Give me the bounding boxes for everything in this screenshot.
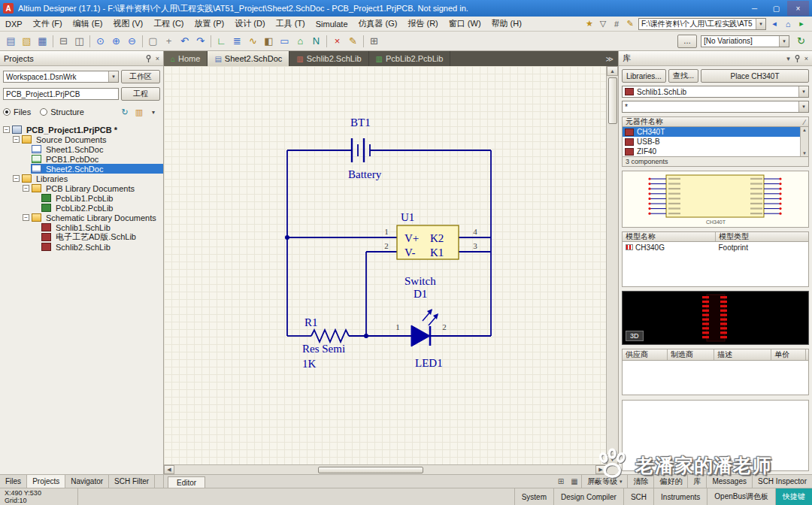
menu-f[interactable]: 文件 (F) xyxy=(28,17,68,31)
open-icon[interactable]: ▧ xyxy=(19,34,35,49)
variations-combo[interactable]: [No Variations] ▾ xyxy=(701,35,789,47)
tree-item-pcb-project1-prjpcb[interactable]: −PCB_Project1.PrjPCB * xyxy=(0,125,163,135)
place-harness-icon[interactable]: ∿ xyxy=(245,34,261,49)
battery-designator[interactable]: BT1 xyxy=(350,116,371,129)
panel-button-messages[interactable]: Messages xyxy=(706,475,752,488)
collapse-expander-icon[interactable]: − xyxy=(23,214,29,221)
scroll-down-icon[interactable]: ▼ xyxy=(607,455,618,464)
led-designator[interactable]: D1 xyxy=(414,288,427,300)
status-button-openbus[interactable]: OpenBus调色板 xyxy=(707,488,775,505)
scroll-right-icon[interactable]: ▶ xyxy=(595,465,606,474)
panel-close-icon[interactable]: × xyxy=(804,55,808,62)
panel-close-icon[interactable]: × xyxy=(156,55,159,62)
home-page-icon[interactable]: ⌂ xyxy=(781,18,795,30)
component-row-usb-b[interactable]: USB-B xyxy=(623,137,808,147)
tree-item-pcb-library-documents[interactable]: −PCB Library Documents xyxy=(0,183,163,193)
grid-toggle-icon[interactable]: ⊞ xyxy=(554,477,568,485)
tree-item-pcb1-pcbdoc[interactable]: PCB1.PcbDoc xyxy=(0,154,163,164)
print-icon[interactable]: ⊟ xyxy=(56,34,71,49)
zoom-selection-icon[interactable]: ⊖ xyxy=(124,34,140,49)
place-port-icon[interactable]: ⌂ xyxy=(292,34,308,49)
panel-button-item[interactable]: 清除 xyxy=(627,475,653,488)
collapse-expander-icon[interactable]: − xyxy=(13,136,20,143)
place-component-button[interactable]: Place CH340T xyxy=(701,69,809,83)
place-bus-icon[interactable]: ≣ xyxy=(229,34,245,49)
document-tab-pcblib2-pcblib[interactable]: ▥PcbLib2.PcbLib xyxy=(369,51,451,66)
supplier-column-item[interactable]: 描述 xyxy=(714,349,771,360)
component-list-header[interactable]: 元器件名称 ∕ xyxy=(622,116,809,127)
status-button-design-compiler[interactable]: Design Compiler xyxy=(553,488,623,505)
collapse-expander-icon[interactable]: − xyxy=(23,185,29,192)
menu-d[interactable]: 设计 (D) xyxy=(229,17,270,31)
project-button[interactable]: 工程 xyxy=(121,87,160,101)
resistor-symbol[interactable] xyxy=(311,330,349,342)
menu-p[interactable]: 放置 (P) xyxy=(189,17,230,31)
circuit-wires[interactable] xyxy=(287,150,491,336)
workspace-combo[interactable]: Workspace1.DsnWrk ▾ xyxy=(3,71,119,83)
dropdown-icon[interactable]: ▾ xyxy=(779,36,789,47)
filter-select-icon[interactable]: ▽ xyxy=(596,18,610,30)
collapse-expander-icon[interactable]: − xyxy=(13,175,20,182)
document-tab-sheet2-schdoc[interactable]: ▤Sheet2.SchDoc xyxy=(208,51,289,66)
list-scrollbar[interactable]: ▲ ▼ xyxy=(800,127,808,156)
tree-item-pcblib1-pcblib[interactable]: PcbLib1.PcbLib xyxy=(0,193,163,203)
footprint-3d-preview[interactable]: 3D xyxy=(622,291,809,345)
grid-settings-icon[interactable]: # xyxy=(610,18,623,30)
document-path-combo[interactable]: F:\课件资料\个人用\工程实践\AT5 ▾ xyxy=(638,18,766,30)
refresh-icon[interactable]: ↻ xyxy=(793,34,809,49)
zoom-document-icon[interactable]: ⊙ xyxy=(92,34,108,49)
menu-e[interactable]: 编辑 (E) xyxy=(68,17,108,31)
pin-icon[interactable] xyxy=(145,55,152,62)
files-radio[interactable] xyxy=(3,108,11,116)
mask-icon[interactable]: ▦ xyxy=(568,477,581,485)
document-tab-schlib2-schlib[interactable]: ▥Schlib2.SchLib xyxy=(289,51,368,66)
battery-comment[interactable]: Battery xyxy=(348,168,382,180)
panel-tab-files[interactable]: Files xyxy=(0,475,27,488)
column-sort-icon[interactable]: ∕ xyxy=(804,118,805,126)
supplier-column-item[interactable]: 供应商 xyxy=(623,349,668,360)
model-name-column[interactable]: 模型名称 xyxy=(623,232,716,241)
panel-tab-projects[interactable]: Projects xyxy=(27,475,65,488)
print-preview-icon[interactable]: ◫ xyxy=(71,34,87,49)
menu-v[interactable]: 视图 (V) xyxy=(108,17,148,31)
led-symbol[interactable] xyxy=(411,309,438,346)
model-row[interactable]: CH340G Footprint xyxy=(623,242,808,252)
resistor-value[interactable]: 1K xyxy=(302,358,317,370)
more-options-button[interactable]: … xyxy=(677,35,697,48)
library-combo[interactable]: Schlib1.SchLib ▾ xyxy=(622,86,809,98)
menu-dxp[interactable]: DXP xyxy=(0,17,28,31)
menu-h[interactable]: 帮助 (H) xyxy=(486,17,527,31)
place-wire-icon[interactable]: ∟ xyxy=(214,34,229,49)
zoom-area-icon[interactable]: ⊕ xyxy=(108,34,124,49)
vertical-scroll-thumb[interactable] xyxy=(608,77,617,124)
browse-back-icon[interactable]: ◂ xyxy=(768,18,781,30)
save-icon[interactable]: ▦ xyxy=(35,34,50,49)
scroll-up-icon[interactable]: ▲ xyxy=(607,66,618,76)
supplier-column-item[interactable]: 单价 xyxy=(771,349,806,360)
component-row-zif40[interactable]: ZIF40 xyxy=(623,147,808,156)
place-part-icon[interactable]: ◧ xyxy=(261,34,277,49)
status-button-instruments[interactable]: Instruments xyxy=(653,488,707,505)
maximize-button[interactable]: ▢ xyxy=(765,1,787,16)
dropdown-icon[interactable]: ▾ xyxy=(108,71,118,82)
tree-item-schematic-library-documents[interactable]: −Schematic Library Documents xyxy=(0,213,163,222)
collapse-expander-icon[interactable]: − xyxy=(3,126,10,133)
scroll-down-icon[interactable]: ▼ xyxy=(802,151,807,156)
menu-w[interactable]: 窗口 (W) xyxy=(444,17,486,31)
horizontal-scrollbar[interactable]: ◀ ▶ xyxy=(164,464,606,474)
minimize-button[interactable]: ─ xyxy=(744,1,765,16)
panel-menu-dropdown-icon[interactable]: ▾ xyxy=(147,106,160,118)
browse-forward-icon[interactable]: ▸ xyxy=(795,18,808,30)
select-icon[interactable]: ▢ xyxy=(145,34,161,49)
menu-r[interactable]: 报告 (R) xyxy=(402,17,443,31)
component-filter-combo[interactable]: * ▾ xyxy=(622,101,809,113)
close-button[interactable]: × xyxy=(787,1,809,16)
search-button[interactable]: 查找... xyxy=(668,69,698,83)
tree-item-sheet2-schdoc[interactable]: Sheet2.SchDoc xyxy=(0,164,163,174)
editor-tab[interactable]: Editor xyxy=(168,476,205,488)
component-row-ch340t[interactable]: CH340T xyxy=(623,127,808,137)
dropdown-icon[interactable]: ▾ xyxy=(620,479,623,485)
tree-item-pcblib2-pcblib[interactable]: PcbLib2.PcbLib xyxy=(0,203,163,213)
tree-item-sheet1-schdoc[interactable]: Sheet1.SchDoc xyxy=(0,144,163,154)
move-icon[interactable]: + xyxy=(161,34,177,49)
